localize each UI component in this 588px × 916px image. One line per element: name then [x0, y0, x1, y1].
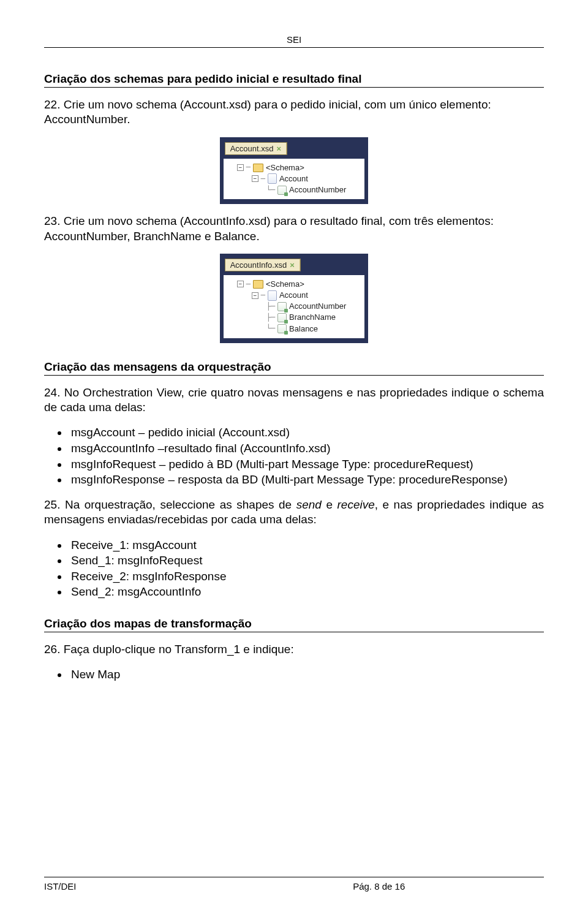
field-icon	[277, 302, 287, 311]
collapse-icon: −	[237, 281, 244, 287]
section-title-mensagens: Criação das mensagens da orquestração	[44, 360, 544, 374]
step-25-bullets: Receive_1: msgAccount Send_1: msgInfoReq…	[69, 537, 544, 600]
section-rule-2	[44, 375, 544, 376]
screenshot-account-xsd: Account.xsd × −─<Schema> −─Account └─Acc…	[44, 137, 544, 205]
list-item: Send_2: msgAccountInfo	[69, 584, 544, 600]
element-icon	[268, 290, 277, 301]
tree-node: <Schema>	[266, 279, 304, 290]
tree-node: Account	[279, 290, 308, 301]
tab-label: AccountInfo.xsd	[230, 260, 287, 270]
collapse-icon: −	[237, 164, 244, 171]
close-icon: ×	[290, 260, 295, 270]
text: 25. Na orquestração, seleccione as shape…	[44, 498, 296, 511]
list-item: msgAccountInfo –resultado final (Account…	[69, 441, 544, 456]
list-item: msgAccount – pedido inicial (Account.xsd…	[69, 425, 544, 441]
footer-left: IST/DEI	[44, 881, 214, 891]
field-icon	[277, 313, 287, 322]
list-item: New Map	[69, 667, 544, 683]
running-header: SEI	[44, 34, 544, 45]
tree-node: <Schema>	[266, 162, 304, 173]
section-rule-1	[44, 87, 544, 88]
step-25-lead: 25. Na orquestração, seleccione as shape…	[44, 498, 544, 528]
list-item: Send_1: msgInfoRequest	[69, 553, 544, 569]
header-rule	[44, 47, 544, 48]
tree-node: Account	[279, 173, 308, 184]
text-italic-send: send	[296, 498, 322, 511]
tree-node: BranchName	[289, 312, 336, 323]
step-22: 22. Crie um novo schema (Account.xsd) pa…	[44, 97, 544, 127]
step-24-lead: 24. No Orchestration View, crie quatro n…	[44, 385, 544, 415]
tree-node: Balance	[289, 324, 318, 335]
folder-icon	[253, 280, 263, 289]
step-23: 23. Crie um novo schema (AccountInfo.xsd…	[44, 214, 544, 244]
folder-icon	[253, 164, 263, 172]
list-item: Receive_2: msgInfoResponse	[69, 569, 544, 585]
screenshot-accountinfo-xsd: AccountInfo.xsd × −─<Schema> −─Account ├…	[44, 254, 544, 343]
close-icon: ×	[276, 144, 281, 153]
section-title-mapas: Criação dos mapas de transformação	[44, 617, 544, 630]
field-icon	[277, 324, 287, 333]
text-italic-receive: receive	[337, 498, 374, 511]
list-item: msgInfoResponse – resposta da BD (Multi-…	[69, 472, 544, 488]
step-26-bullets: New Map	[69, 667, 544, 683]
list-item: msgInfoRequest – pedido à BD (Multi-part…	[69, 456, 544, 472]
tree-node: AccountNumber	[289, 184, 346, 195]
collapse-icon: −	[252, 175, 258, 182]
footer-page: Pág. 8 de 16	[214, 881, 544, 891]
step-26-lead: 26. Faça duplo-clique no Transform_1 e i…	[44, 642, 544, 657]
footer-rule	[44, 877, 544, 877]
text: e	[322, 498, 337, 511]
list-item: Receive_1: msgAccount	[69, 537, 544, 553]
field-icon	[277, 186, 287, 195]
collapse-icon: −	[252, 292, 258, 299]
tree-node: AccountNumber	[289, 301, 346, 312]
element-icon	[268, 173, 277, 184]
step-24-bullets: msgAccount – pedido inicial (Account.xsd…	[69, 425, 544, 488]
section-title-schemas: Criação dos schemas para pedido inicial …	[44, 72, 544, 86]
section-rule-3	[44, 632, 544, 632]
tab-label: Account.xsd	[230, 144, 274, 153]
